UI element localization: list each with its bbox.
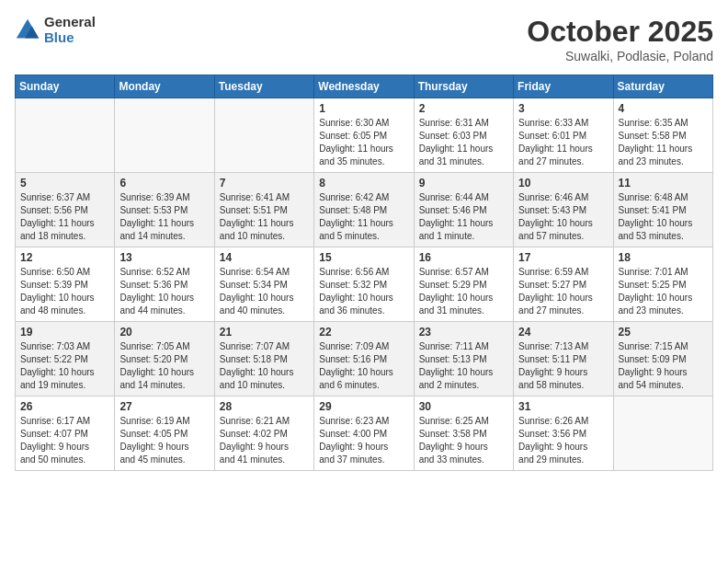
day-number: 2 (419, 102, 508, 115)
day-number: 13 (119, 251, 209, 264)
calendar-header-row: SundayMondayTuesdayWednesdayThursdayFrid… (16, 75, 713, 98)
calendar-day-cell: 9Sunrise: 6:44 AM Sunset: 5:46 PM Daylig… (414, 173, 513, 247)
calendar-day-cell: 25Sunrise: 7:15 AM Sunset: 5:09 PM Dayli… (613, 322, 712, 396)
logo-text: General Blue (44, 15, 96, 45)
calendar-day-cell: 19Sunrise: 7:03 AM Sunset: 5:22 PM Dayli… (16, 322, 115, 396)
day-number: 28 (220, 400, 309, 413)
calendar-day-cell: 11Sunrise: 6:48 AM Sunset: 5:41 PM Dayli… (613, 173, 712, 247)
calendar-day-cell: 18Sunrise: 7:01 AM Sunset: 5:25 PM Dayli… (613, 247, 712, 322)
logo: General Blue (15, 15, 96, 45)
calendar-day-cell: 12Sunrise: 6:50 AM Sunset: 5:39 PM Dayli… (16, 247, 115, 322)
calendar-day-cell: 17Sunrise: 6:59 AM Sunset: 5:27 PM Dayli… (514, 247, 613, 322)
day-info: Sunrise: 7:11 AM Sunset: 5:13 PM Dayligh… (419, 340, 508, 392)
day-info: Sunrise: 7:09 AM Sunset: 5:16 PM Dayligh… (319, 340, 408, 392)
calendar-day-cell: 5Sunrise: 6:37 AM Sunset: 5:56 PM Daylig… (16, 173, 115, 247)
calendar-day-cell (613, 396, 712, 471)
day-number: 5 (20, 177, 109, 190)
calendar-week-row: 12Sunrise: 6:50 AM Sunset: 5:39 PM Dayli… (16, 247, 713, 322)
day-info: Sunrise: 6:46 AM Sunset: 5:43 PM Dayligh… (518, 191, 608, 243)
day-info: Sunrise: 6:41 AM Sunset: 5:51 PM Dayligh… (220, 191, 309, 243)
day-info: Sunrise: 7:15 AM Sunset: 5:09 PM Dayligh… (619, 340, 708, 392)
calendar-week-row: 19Sunrise: 7:03 AM Sunset: 5:22 PM Dayli… (16, 322, 713, 396)
day-number: 15 (319, 251, 408, 264)
calendar-week-row: 1Sunrise: 6:30 AM Sunset: 6:05 PM Daylig… (16, 98, 713, 173)
day-info: Sunrise: 6:31 AM Sunset: 6:03 PM Dayligh… (419, 117, 508, 168)
logo-general: General (44, 15, 96, 30)
day-info: Sunrise: 7:01 AM Sunset: 5:25 PM Dayligh… (619, 266, 708, 317)
calendar-day-cell: 22Sunrise: 7:09 AM Sunset: 5:16 PM Dayli… (314, 322, 414, 396)
location-subtitle: Suwalki, Podlasie, Poland (527, 49, 713, 63)
day-info: Sunrise: 7:13 AM Sunset: 5:11 PM Dayligh… (518, 340, 608, 392)
day-number: 11 (619, 177, 708, 190)
calendar-day-cell: 23Sunrise: 7:11 AM Sunset: 5:13 PM Dayli… (414, 322, 513, 396)
day-info: Sunrise: 7:05 AM Sunset: 5:20 PM Dayligh… (119, 340, 209, 392)
day-number: 4 (619, 102, 708, 115)
calendar-day-cell (115, 98, 214, 173)
calendar-day-cell: 4Sunrise: 6:35 AM Sunset: 5:58 PM Daylig… (613, 98, 712, 173)
day-info: Sunrise: 7:03 AM Sunset: 5:22 PM Dayligh… (20, 340, 109, 392)
calendar-day-cell: 15Sunrise: 6:56 AM Sunset: 5:32 PM Dayli… (314, 247, 414, 322)
calendar-day-cell: 20Sunrise: 7:05 AM Sunset: 5:20 PM Dayli… (115, 322, 214, 396)
calendar-day-cell: 30Sunrise: 6:25 AM Sunset: 3:58 PM Dayli… (414, 396, 513, 471)
calendar-day-cell: 16Sunrise: 6:57 AM Sunset: 5:29 PM Dayli… (414, 247, 513, 322)
calendar-day-cell: 26Sunrise: 6:17 AM Sunset: 4:07 PM Dayli… (16, 396, 115, 471)
day-info: Sunrise: 6:56 AM Sunset: 5:32 PM Dayligh… (319, 266, 408, 317)
calendar-day-cell: 1Sunrise: 6:30 AM Sunset: 6:05 PM Daylig… (314, 98, 414, 173)
weekday-header: Sunday (16, 75, 115, 98)
day-info: Sunrise: 6:59 AM Sunset: 5:27 PM Dayligh… (518, 266, 608, 317)
day-info: Sunrise: 7:07 AM Sunset: 5:18 PM Dayligh… (220, 340, 309, 392)
calendar-week-row: 5Sunrise: 6:37 AM Sunset: 5:56 PM Daylig… (16, 173, 713, 247)
calendar-day-cell: 2Sunrise: 6:31 AM Sunset: 6:03 PM Daylig… (414, 98, 513, 173)
day-number: 20 (119, 326, 209, 339)
day-info: Sunrise: 6:48 AM Sunset: 5:41 PM Dayligh… (619, 191, 708, 243)
day-number: 7 (220, 177, 309, 190)
day-number: 29 (319, 400, 408, 413)
day-info: Sunrise: 6:25 AM Sunset: 3:58 PM Dayligh… (419, 415, 508, 466)
day-number: 12 (20, 251, 109, 264)
day-number: 3 (518, 102, 608, 115)
day-number: 24 (518, 326, 608, 339)
calendar-day-cell: 8Sunrise: 6:42 AM Sunset: 5:48 PM Daylig… (314, 173, 414, 247)
day-number: 18 (619, 251, 708, 264)
day-info: Sunrise: 6:19 AM Sunset: 4:05 PM Dayligh… (119, 415, 209, 466)
calendar-day-cell: 7Sunrise: 6:41 AM Sunset: 5:51 PM Daylig… (214, 173, 313, 247)
title-area: October 2025 Suwalki, Podlasie, Poland (527, 15, 713, 63)
calendar-day-cell (16, 98, 115, 173)
logo-blue: Blue (44, 30, 96, 46)
day-info: Sunrise: 6:50 AM Sunset: 5:39 PM Dayligh… (20, 266, 109, 317)
day-number: 17 (518, 251, 608, 264)
day-number: 30 (419, 400, 508, 413)
day-number: 10 (518, 177, 608, 190)
day-number: 26 (20, 400, 109, 413)
weekday-header: Tuesday (214, 75, 313, 98)
day-info: Sunrise: 6:52 AM Sunset: 5:36 PM Dayligh… (119, 266, 209, 317)
calendar-day-cell: 27Sunrise: 6:19 AM Sunset: 4:05 PM Dayli… (115, 396, 214, 471)
day-info: Sunrise: 6:23 AM Sunset: 4:00 PM Dayligh… (319, 415, 408, 466)
calendar-day-cell: 10Sunrise: 6:46 AM Sunset: 5:43 PM Dayli… (514, 173, 613, 247)
month-title: October 2025 (527, 15, 713, 49)
day-info: Sunrise: 6:37 AM Sunset: 5:56 PM Dayligh… (20, 191, 109, 243)
page-header: General Blue October 2025 Suwalki, Podla… (15, 15, 713, 63)
weekday-header: Monday (115, 75, 214, 98)
day-number: 8 (319, 177, 408, 190)
calendar-table: SundayMondayTuesdayWednesdayThursdayFrid… (15, 75, 713, 471)
day-info: Sunrise: 6:57 AM Sunset: 5:29 PM Dayligh… (419, 266, 508, 317)
day-number: 9 (419, 177, 508, 190)
weekday-header: Wednesday (314, 75, 414, 98)
calendar-day-cell: 31Sunrise: 6:26 AM Sunset: 3:56 PM Dayli… (514, 396, 613, 471)
day-info: Sunrise: 6:21 AM Sunset: 4:02 PM Dayligh… (220, 415, 309, 466)
day-info: Sunrise: 6:39 AM Sunset: 5:53 PM Dayligh… (119, 191, 209, 243)
day-number: 6 (119, 177, 209, 190)
calendar-day-cell: 14Sunrise: 6:54 AM Sunset: 5:34 PM Dayli… (214, 247, 313, 322)
logo-icon (15, 17, 40, 43)
calendar-day-cell: 28Sunrise: 6:21 AM Sunset: 4:02 PM Dayli… (214, 396, 313, 471)
day-info: Sunrise: 6:30 AM Sunset: 6:05 PM Dayligh… (319, 117, 408, 168)
day-number: 16 (419, 251, 508, 264)
day-info: Sunrise: 6:44 AM Sunset: 5:46 PM Dayligh… (419, 191, 508, 243)
day-number: 25 (619, 326, 708, 339)
weekday-header: Thursday (414, 75, 513, 98)
weekday-header: Friday (514, 75, 613, 98)
day-number: 19 (20, 326, 109, 339)
day-number: 31 (518, 400, 608, 413)
calendar-day-cell: 21Sunrise: 7:07 AM Sunset: 5:18 PM Dayli… (214, 322, 313, 396)
